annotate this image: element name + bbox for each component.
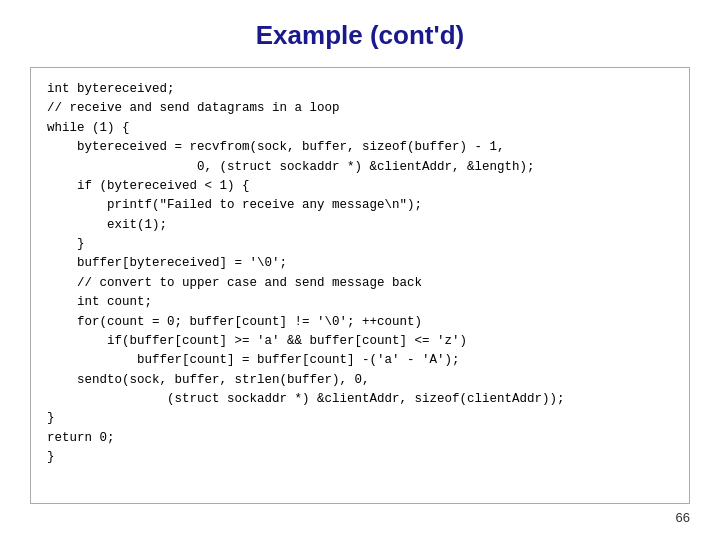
page-number: 66 (30, 504, 690, 525)
code-box: int bytereceived; // receive and send da… (30, 67, 690, 504)
slide-title: Example (cont'd) (256, 20, 464, 51)
slide-container: Example (cont'd) int bytereceived; // re… (0, 0, 720, 540)
code-block: int bytereceived; // receive and send da… (47, 80, 673, 468)
